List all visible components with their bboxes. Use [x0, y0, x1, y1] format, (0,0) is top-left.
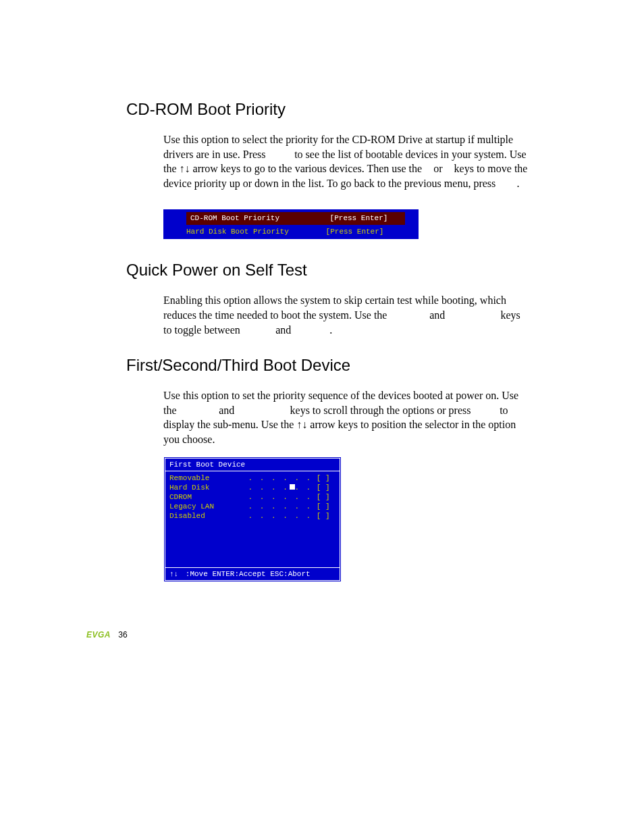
text: or — [433, 163, 445, 174]
value-disable: Disable — [294, 324, 327, 336]
text: and — [275, 324, 294, 336]
option-label: Hard Disk — [169, 484, 244, 492]
selector-gap: [ ] — [317, 493, 330, 501]
text: . — [329, 324, 332, 336]
key-plus: + — [425, 163, 431, 174]
arrow-keys-icon: ↑↓ — [296, 419, 307, 430]
selector-gap: [ ] — [317, 512, 330, 520]
key-esc: Esc — [498, 178, 514, 189]
key-page-up: Page Up — [390, 309, 427, 321]
option-label: Disabled — [169, 512, 244, 520]
arrow-keys-icon: ↑↓ — [180, 163, 190, 174]
dots-icon: . . . . . . — [248, 502, 313, 511]
bios-option-legacy-lan: Legacy LAN . . . . . . [ ] — [169, 502, 336, 511]
selector-gap: [ ] — [317, 474, 330, 482]
key-enter: Enter — [474, 405, 498, 416]
option-label: CDROM — [169, 493, 244, 501]
bios-label: CD-ROM Boot Priority — [190, 212, 325, 225]
bios-menu-boot-device: First Boot Device Removable . . . . . . … — [163, 457, 342, 582]
bios-action: [Press Enter] — [330, 214, 388, 222]
text: keys to scroll through the options or pr… — [290, 405, 474, 416]
key-page-up: Page Up — [180, 405, 217, 416]
bios-sub-action: [Press Enter] — [326, 228, 384, 236]
bios-snippet-inner: CD-ROM Boot Priority [Press Enter] Hard … — [163, 209, 419, 239]
bios-highlight-row: CD-ROM Boot Priority [Press Enter] — [186, 212, 405, 225]
bios-option-cdrom: CDROM . . . . . . [ ] — [169, 493, 336, 501]
option-label: Legacy LAN — [169, 502, 244, 511]
dots-icon: . . . . . . — [248, 512, 313, 520]
heading-boot-device: First/Second/Third Boot Device — [126, 356, 531, 375]
text: . — [516, 178, 519, 189]
body-boot-device: Use this option to set the priority sequ… — [163, 388, 531, 446]
selector-gap: [ ] — [317, 502, 330, 511]
text: arrow keys to go to the various devices.… — [193, 163, 425, 174]
key-enter: Enter — [269, 149, 292, 160]
value-enable: Enable — [243, 324, 273, 336]
bios-footer-text: :Move ENTER:Accept ESC:Abort — [186, 570, 311, 578]
arrow-keys-icon: ↑↓ — [169, 570, 178, 578]
dots-icon: . . . . . . — [248, 493, 313, 501]
bios-snippet-cdrom: CD-ROM Boot Priority [Press Enter] Hard … — [163, 209, 531, 239]
bios-option-removable: Removable . . . . . . [ ] — [169, 474, 336, 482]
page-footer: EVGA 36 — [86, 630, 128, 640]
bios-menu-body: Removable . . . . . . [ ] Hard Disk . . … — [165, 471, 340, 567]
content-area: CD-ROM Boot Priority Use this option to … — [126, 100, 531, 582]
footer-brand: EVGA — [86, 630, 111, 640]
text: and — [429, 309, 448, 321]
key-page-down: Page Down — [237, 405, 287, 416]
text: and — [219, 405, 237, 416]
body-quick-post: Enabling this option allows the system t… — [163, 293, 531, 337]
bios-sub-row: Hard Disk Boot Priority [Press Enter] — [186, 228, 383, 236]
selector-gap: [ ] — [317, 484, 330, 492]
heading-cdrom: CD-ROM Boot Priority — [126, 100, 531, 119]
bios-menu-footer: ↑↓ :Move ENTER:Accept ESC:Abort — [165, 567, 340, 580]
dots-icon: . . . . . . — [248, 474, 313, 482]
document-page: CD-ROM Boot Priority Use this option to … — [0, 0, 644, 834]
dots-icon: . . . . . . — [248, 484, 313, 492]
bios-highlight-text: CD-ROM Boot Priority [Press Enter] — [186, 212, 405, 225]
heading-quick-post: Quick Power on Self Test — [126, 261, 531, 280]
bios-sub-label: Hard Disk Boot Priority — [186, 228, 321, 236]
option-label: Removable — [169, 474, 244, 482]
key-page-down: Page Down — [448, 309, 498, 321]
body-cdrom: Use this option to select the priority f… — [163, 132, 531, 190]
footer-page-number: 36 — [118, 630, 127, 640]
bios-menu-header: First Boot Device — [165, 459, 340, 471]
key-minus: − — [446, 163, 452, 174]
bios-option-disabled: Disabled . . . . . . [ ] — [169, 512, 336, 520]
bios-option-hard-disk: Hard Disk . . . . . . [ ] — [169, 484, 336, 492]
